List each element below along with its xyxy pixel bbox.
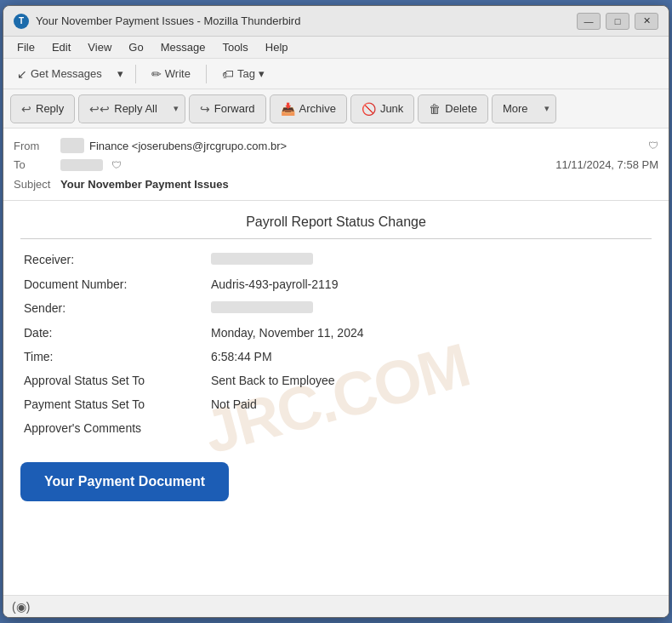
table-row: Receiver: bbox=[20, 248, 652, 272]
action-toolbar: ↩ Reply ↩↩ Reply All ▾ ↪ Forward 📥 Archi… bbox=[3, 89, 669, 129]
document-value: Audris-493-payroll-2119 bbox=[208, 272, 652, 296]
security-icon: 🛡 bbox=[648, 140, 658, 151]
menu-go[interactable]: Go bbox=[122, 39, 150, 55]
reply-all-group: ↩↩ Reply All ▾ bbox=[78, 94, 185, 123]
reply-all-button[interactable]: ↩↩ Reply All bbox=[78, 94, 168, 123]
maximize-button[interactable]: □ bbox=[606, 13, 629, 30]
reply-button[interactable]: ↩ Reply bbox=[10, 94, 75, 123]
junk-icon: 🚫 bbox=[362, 102, 376, 116]
table-row: Approval Status Set To Sent Back to Empl… bbox=[20, 369, 652, 392]
menu-help[interactable]: Help bbox=[259, 39, 295, 55]
more-button[interactable]: More bbox=[492, 94, 538, 123]
menu-edit[interactable]: Edit bbox=[45, 39, 77, 55]
tag-button[interactable]: 🏷 Tag ▾ bbox=[215, 65, 271, 83]
sender-placeholder bbox=[211, 301, 313, 313]
menu-tools[interactable]: Tools bbox=[215, 39, 254, 55]
payment-label: Payment Status Set To bbox=[20, 392, 208, 416]
reply-all-dropdown[interactable]: ▾ bbox=[168, 94, 185, 123]
write-button[interactable]: ✏ Write bbox=[145, 65, 197, 83]
cta-container: Your Payment Document bbox=[20, 449, 652, 501]
junk-button[interactable]: 🚫 Junk bbox=[350, 94, 414, 123]
date-value: Monday, November 11, 2024 bbox=[208, 321, 652, 345]
to-row: To 🛡 11/11/2024, 7:58 PM bbox=[14, 156, 658, 174]
title-bar-controls: — □ ✕ bbox=[577, 13, 658, 30]
menu-file[interactable]: File bbox=[10, 39, 42, 55]
email-content-table: Receiver: Document Number: Audris-493-pa… bbox=[20, 248, 652, 440]
app-icon: T bbox=[14, 14, 29, 29]
more-group: More ▾ bbox=[492, 94, 556, 123]
get-messages-dropdown[interactable]: ▾ bbox=[114, 65, 127, 83]
approval-value: Sent Back to Employee bbox=[208, 369, 652, 392]
menu-message[interactable]: Message bbox=[154, 39, 213, 55]
date-label: Date: bbox=[20, 321, 208, 345]
window-title: Your November Payment Issues - Mozilla T… bbox=[36, 14, 300, 27]
more-dropdown[interactable]: ▾ bbox=[538, 94, 556, 123]
subject-value: Your November Payment Issues bbox=[60, 178, 229, 191]
archive-button[interactable]: 📥 Archive bbox=[270, 94, 347, 123]
email-header: From Finance <joserubens@jrcgrupo.com.br… bbox=[3, 129, 669, 201]
receiver-value bbox=[208, 248, 652, 272]
toolbar-separator bbox=[135, 65, 136, 83]
menu-view[interactable]: View bbox=[81, 39, 118, 55]
toolbar-top: ↙ Get Messages ▾ ✏ Write 🏷 Tag ▾ bbox=[3, 59, 669, 89]
email-body-title: Payroll Report Status Change bbox=[20, 214, 652, 239]
time-label: Time: bbox=[20, 345, 208, 369]
get-messages-button[interactable]: ↙ Get Messages bbox=[10, 65, 109, 83]
sender-avatar bbox=[60, 138, 84, 153]
title-bar-left: T Your November Payment Issues - Mozilla… bbox=[14, 14, 300, 29]
sender-value bbox=[208, 296, 652, 321]
archive-icon: 📥 bbox=[281, 102, 295, 116]
table-row: Approver's Comments bbox=[20, 416, 652, 440]
delete-icon: 🗑 bbox=[429, 102, 441, 116]
toolbar-separator-2 bbox=[206, 65, 207, 83]
from-row: From Finance <joserubens@jrcgrupo.com.br… bbox=[14, 135, 658, 156]
subject-label: Subject bbox=[14, 178, 50, 191]
table-row: Payment Status Set To Not Paid bbox=[20, 392, 652, 416]
from-value: Finance <joserubens@jrcgrupo.com.br> bbox=[89, 140, 645, 152]
minimize-button[interactable]: — bbox=[577, 13, 601, 30]
approver-value bbox=[208, 416, 652, 440]
delete-button[interactable]: 🗑 Delete bbox=[418, 94, 488, 123]
table-row: Date: Monday, November 11, 2024 bbox=[20, 321, 652, 345]
approver-label: Approver's Comments bbox=[20, 416, 208, 440]
email-date: 11/11/2024, 7:58 PM bbox=[555, 158, 658, 171]
table-row: Document Number: Audris-493-payroll-2119 bbox=[20, 272, 652, 296]
from-label: From bbox=[14, 140, 60, 152]
email-body: JRC.COM Payroll Report Status Change Rec… bbox=[3, 201, 669, 595]
to-label: To bbox=[14, 158, 60, 171]
forward-icon: ↪ bbox=[200, 102, 210, 116]
menu-bar: File Edit View Go Message Tools Help bbox=[3, 37, 669, 59]
get-messages-icon: ↙ bbox=[17, 67, 27, 81]
write-icon: ✏ bbox=[151, 67, 162, 81]
to-security-icon: 🛡 bbox=[111, 159, 122, 171]
title-bar: T Your November Payment Issues - Mozilla… bbox=[3, 6, 669, 37]
tag-icon: 🏷 bbox=[222, 67, 234, 81]
receiver-label: Receiver: bbox=[20, 248, 208, 272]
payment-document-button[interactable]: Your Payment Document bbox=[20, 462, 229, 501]
time-value: 6:58:44 PM bbox=[208, 345, 652, 369]
sender-label: Sender: bbox=[20, 296, 208, 321]
payment-value: Not Paid bbox=[208, 392, 652, 416]
document-label: Document Number: bbox=[20, 272, 208, 296]
reply-icon: ↩ bbox=[21, 102, 31, 116]
table-row: Time: 6:58:44 PM bbox=[20, 345, 652, 369]
receiver-placeholder bbox=[211, 253, 313, 265]
recipient-avatar bbox=[60, 159, 103, 171]
connection-icon: (◉) bbox=[12, 600, 30, 614]
reply-all-icon: ↩↩ bbox=[89, 102, 110, 116]
main-window: T Your November Payment Issues - Mozilla… bbox=[3, 5, 669, 618]
close-button[interactable]: ✕ bbox=[635, 13, 658, 30]
forward-button[interactable]: ↪ Forward bbox=[189, 94, 266, 123]
subject-row: Subject Your November Payment Issues bbox=[14, 174, 658, 193]
approval-label: Approval Status Set To bbox=[20, 369, 208, 392]
status-bar: (◉) bbox=[3, 595, 669, 617]
table-row: Sender: bbox=[20, 296, 652, 321]
